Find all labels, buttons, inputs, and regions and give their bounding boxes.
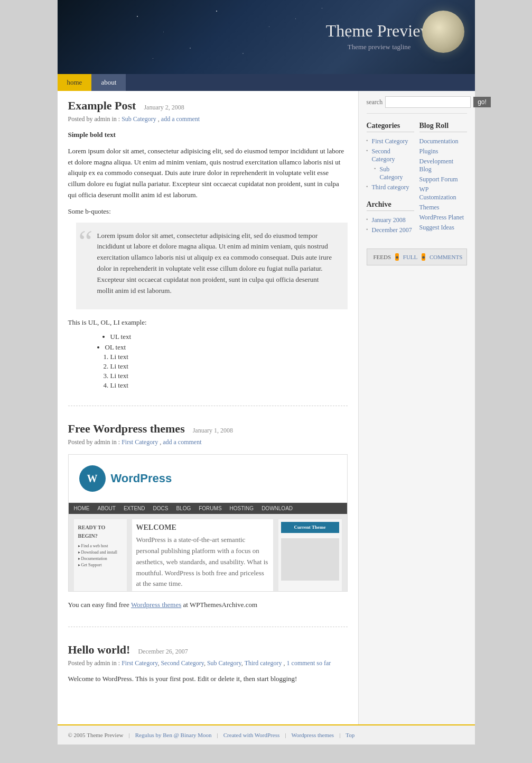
category-link[interactable]: Sub Category [380,166,403,181]
archive-list: January 2008 December 2007 [367,215,414,235]
list-item: WordPress Planet [419,213,467,223]
post-paragraph: Lorem ipsum dolor sit amet, consectetur … [68,146,348,201]
archive-link[interactable]: January 2008 [372,216,406,224]
post-comment-link[interactable]: add a comment [161,115,200,123]
categories-heading: Categories [367,122,414,132]
search-box: search go! [367,96,467,114]
list-item: WP Customization [419,185,467,203]
list-item: Li text [110,353,348,361]
footer-themes-link[interactable]: Wordpress themes [291,732,334,738]
wp-logo-text: WordPress [111,472,172,485]
blogroll-list: Documentation Plugins Development Blog S… [419,136,467,233]
list-item: Themes [419,203,467,213]
sidebar-columns: Categories First Category Second Categor… [367,122,467,243]
post-hello-world: Hello world! December 26, 2007 Posted by… [68,643,348,701]
blogroll-col: Blog Roll Documentation Plugins Developm… [419,122,467,243]
category-link[interactable]: Third category [372,183,409,191]
feeds-bar: FEEDS ● FULL ● COMMENTS [367,249,467,265]
list-item: Sub Category [375,164,414,182]
list-intro: This is UL, OL, LI example: [68,317,348,328]
blogroll-link[interactable]: Suggest Ideas [419,224,454,231]
post-category-link[interactable]: First Category [122,438,158,446]
blogroll-link[interactable]: Development Blog [419,158,454,173]
wordpress-screenshot: W WordPress HOMEABOUTEXTENDDOCSBLOGFORUM… [68,454,348,592]
blogroll-link[interactable]: WordPress Planet [419,214,464,221]
moon-decoration [422,11,464,53]
post-meta: Posted by admin in : First Category , ad… [68,438,348,446]
list-item: Suggest Ideas [419,223,467,233]
footer: © 2005 Theme Preview | Regulus by Ben @ … [58,724,475,744]
site-title: Theme Preview Theme preview tagline [326,21,433,51]
post-cat-first[interactable]: First Category [122,659,157,667]
feed-icon-comments: ● [422,253,425,261]
main-content: Example Post January 2, 2008 Posted by a… [58,91,359,724]
categories-col: Categories First Category Second Categor… [367,122,414,243]
categories-list: First Category Second Category Sub Categ… [367,136,414,192]
footer-created-link[interactable]: Created with WordPress [223,732,279,738]
blogroll-link[interactable]: Support Forum [419,176,458,183]
wp-body: READY TO BEGIN? ▸ Find a web host▸ Downl… [69,514,347,592]
post-cat-sub[interactable]: Sub Category [207,659,241,667]
post-cat-third[interactable]: Third category [245,659,282,667]
quote-mark: “ [79,225,93,257]
post-title: Example Post [68,99,136,113]
archive-link[interactable]: December 2007 [372,226,412,234]
feed-full-link[interactable]: FULL [403,254,418,260]
footer-copyright: © 2005 Theme Preview [68,732,124,738]
ol-item: OL text [105,343,348,352]
category-link[interactable]: Second Category [372,148,395,163]
blogroll-link[interactable]: WP Customization [419,186,456,201]
post-paragraph: You can easy find free Wordpress themes … [68,600,348,611]
list-item: Third category [367,182,414,192]
feed-icon-full: ● [395,253,399,261]
list-item: Li text [110,372,348,380]
wordpress-themes-link[interactable]: Wordpress themes [131,601,181,609]
post-paragraph: Welcome to WordPress. This is your first… [68,674,348,685]
category-link[interactable]: First Category [372,137,408,145]
post-title: Hello world! [68,643,130,657]
list-item: Li text [110,362,348,371]
list-item: December 2007 [367,225,414,235]
blogroll-link[interactable]: Plugins [419,148,438,155]
post-example: Example Post January 2, 2008 Posted by a… [68,99,348,406]
list-item: January 2008 [367,215,414,225]
post-comment-link[interactable]: add a comment [163,438,201,446]
list-item: Second Category [367,146,414,164]
post-date: January 1, 2008 [193,427,233,435]
post-bold-text: Simple bold text [68,130,348,141]
wp-themes-panel: Current Theme [278,519,342,592]
search-button[interactable]: go! [473,97,491,107]
list-item: Li text [110,381,348,390]
archive-section: Archive January 2008 December 2007 [367,200,414,235]
nav-about[interactable]: about [91,74,126,91]
post-cat-second[interactable]: Second Category [161,659,204,667]
footer-regulus-link[interactable]: Regulus by Ben @ Binary Moon [135,732,212,738]
categories-section: Categories First Category Second Categor… [367,122,414,192]
blogroll-link[interactable]: Documentation [419,137,459,145]
sidebar: search go! Categories First Category Sec… [359,91,475,724]
list-item: Documentation [419,136,467,146]
blogroll-link[interactable]: Themes [419,204,440,211]
search-label: search [367,98,383,106]
footer-top-link[interactable]: Top [346,732,354,738]
bquotes-label: Some b-quotes: [68,206,348,217]
search-input[interactable] [385,96,471,108]
list-item: First Category [367,136,414,146]
ul-item: UL text [110,333,348,341]
post-category-link[interactable]: Sub Category [122,115,156,123]
post-date: January 2, 2008 [144,104,184,112]
nav-home[interactable]: home [58,74,92,91]
post-comment-link[interactable]: 1 comment so far [287,659,331,667]
feed-comments-link[interactable]: COMMENTS [430,254,462,260]
blogroll-heading: Blog Roll [419,122,467,132]
post-date: December 26, 2007 [138,648,188,656]
feeds-label: FEEDS [374,254,391,260]
list-item: Plugins [419,146,467,157]
wp-nav-bar: HOMEABOUTEXTENDDOCSBLOGFORUMSHOSTINGDOWN… [69,503,347,514]
list-item: Support Forum [419,174,467,185]
post-meta: Posted by admin in : Sub Category , add … [68,115,348,123]
post-meta: Posted by admin in : First Category, Sec… [68,659,348,667]
post-title: Free Wordpress themes [68,422,185,436]
blogroll-section: Blog Roll Documentation Plugins Developm… [419,122,467,233]
blockquote: “ Lorem ipsum dolor sit amet, consectetu… [76,223,348,310]
